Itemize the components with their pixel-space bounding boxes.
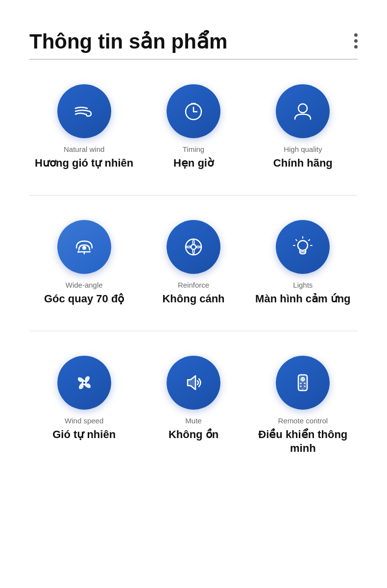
reinforce-icon-circle bbox=[167, 220, 220, 274]
mute-icon bbox=[181, 370, 206, 395]
mute-icon-circle bbox=[167, 356, 220, 410]
natural-wind-subtitle: Natural wind bbox=[64, 145, 104, 153]
high-quality-subtitle: High quality bbox=[284, 145, 322, 153]
more-options-icon[interactable] bbox=[354, 29, 358, 49]
remote-icon bbox=[290, 370, 315, 395]
wide-angle-title: Góc quay 70 độ bbox=[44, 292, 124, 306]
wind-speed-subtitle: Wind speed bbox=[65, 416, 103, 425]
feature-natural-wind: Natural wind Hương gió tự nhiên bbox=[29, 74, 139, 185]
feature-wind-speed: Wind speed Gió tự nhiên bbox=[29, 346, 139, 470]
remote-control-icon-circle bbox=[276, 356, 330, 410]
feature-timing: Timing Hẹn giờ bbox=[139, 74, 248, 185]
svg-rect-22 bbox=[300, 383, 302, 384]
lights-subtitle: Lights bbox=[293, 281, 313, 289]
svg-point-3 bbox=[82, 246, 86, 250]
reinforce-subtitle: Reinforce bbox=[178, 281, 209, 289]
svg-line-12 bbox=[309, 240, 310, 241]
svg-rect-23 bbox=[304, 383, 306, 384]
header: Thông tin sản phẩm bbox=[29, 29, 358, 54]
page: Thông tin sản phẩm Natural wind Hương gi… bbox=[0, 0, 387, 500]
lights-title: Màn hình cảm ứng bbox=[255, 292, 350, 306]
fan-icon bbox=[72, 370, 97, 395]
feature-mute: Mute Không ồn bbox=[139, 346, 248, 470]
svg-line-13 bbox=[296, 240, 297, 241]
features-section-2: Wide-angle Góc quay 70 độ Reinforce Khôn… bbox=[29, 210, 358, 321]
svg-rect-26 bbox=[302, 389, 304, 390]
timing-title: Hẹn giờ bbox=[173, 156, 214, 171]
svg-point-9 bbox=[298, 241, 308, 250]
feature-high-quality: High quality Chính hãng bbox=[248, 74, 358, 185]
wide-angle-icon bbox=[72, 234, 97, 260]
mute-subtitle: Mute bbox=[185, 416, 201, 425]
wind-speed-icon-circle bbox=[57, 356, 111, 410]
wide-angle-icon-circle bbox=[57, 220, 111, 274]
section-divider-1 bbox=[29, 195, 358, 196]
feature-remote-control: Remote control Điều khiển thông minh bbox=[248, 346, 358, 470]
timing-subtitle: Timing bbox=[183, 145, 204, 153]
person-icon bbox=[290, 98, 315, 124]
svg-rect-24 bbox=[300, 386, 302, 387]
feature-reinforce: Reinforce Không cánh bbox=[139, 210, 248, 321]
high-quality-title: Chính hãng bbox=[273, 156, 333, 171]
feature-wide-angle: Wide-angle Góc quay 70 độ bbox=[29, 210, 139, 321]
header-divider bbox=[29, 59, 358, 60]
natural-wind-title: Hương gió tự nhiên bbox=[35, 156, 133, 171]
timing-icon-circle bbox=[167, 84, 220, 138]
remote-control-subtitle: Remote control bbox=[278, 416, 328, 425]
section-divider-2 bbox=[29, 331, 358, 331]
svg-point-8 bbox=[191, 245, 196, 249]
remote-control-title: Điều khiển thông minh bbox=[253, 428, 353, 456]
feature-lights: Lights Màn hình cảm ứng bbox=[248, 210, 358, 321]
reinforce-icon bbox=[181, 234, 206, 260]
lights-icon-circle bbox=[276, 220, 330, 274]
features-section-1: Natural wind Hương gió tự nhiên Timing H… bbox=[29, 74, 358, 185]
wind-icon bbox=[72, 98, 97, 124]
bulb-icon bbox=[290, 234, 315, 260]
page-title: Thông tin sản phẩm bbox=[29, 29, 227, 54]
svg-point-2 bbox=[298, 104, 307, 113]
mute-title: Không ồn bbox=[169, 428, 218, 442]
reinforce-title: Không cánh bbox=[162, 292, 224, 306]
svg-point-17 bbox=[83, 381, 86, 384]
svg-rect-25 bbox=[304, 386, 306, 387]
clock-icon bbox=[181, 98, 206, 124]
features-section-3: Wind speed Gió tự nhiên Mute Không ồn bbox=[29, 346, 358, 470]
natural-wind-icon-circle bbox=[57, 84, 111, 138]
wide-angle-subtitle: Wide-angle bbox=[66, 281, 103, 289]
wind-speed-title: Gió tự nhiên bbox=[52, 428, 116, 442]
high-quality-icon-circle bbox=[276, 84, 330, 138]
svg-point-6 bbox=[77, 251, 79, 253]
